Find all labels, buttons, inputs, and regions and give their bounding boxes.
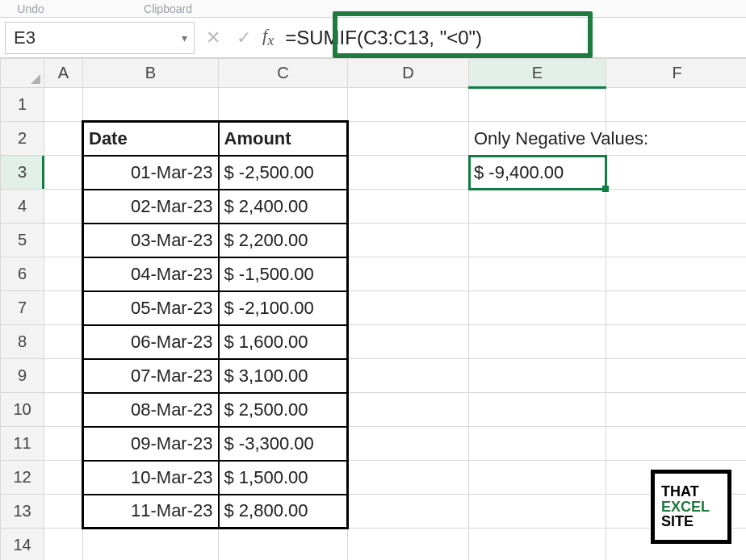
cell-E1[interactable] — [469, 88, 606, 122]
row-header-14[interactable]: 14 — [1, 529, 44, 561]
cell-B4[interactable]: 02-Mar-23 — [83, 190, 219, 224]
cell-C3[interactable]: $ -2,500.00 — [219, 156, 348, 190]
cell-D6[interactable] — [348, 257, 469, 291]
cell-C8[interactable]: $ 1,600.00 — [219, 325, 348, 359]
cell-C5[interactable]: $ 2,200.00 — [219, 224, 348, 257]
cell-F10[interactable] — [606, 393, 747, 427]
cell-C2[interactable]: Amount — [219, 122, 348, 156]
cell-E9[interactable] — [469, 359, 606, 393]
cell-D14[interactable] — [348, 529, 469, 561]
cell-D2[interactable] — [348, 122, 469, 156]
col-header-D[interactable]: D — [348, 59, 469, 88]
cell-C9[interactable]: $ 3,100.00 — [219, 359, 348, 393]
chevron-down-icon[interactable]: ▾ — [182, 31, 187, 44]
sheet-table[interactable]: A B C D E F 1 2 Date Amount Only Negativ… — [0, 58, 746, 560]
cell-B7[interactable]: 05-Mar-23 — [83, 291, 219, 325]
cell-D3[interactable] — [348, 156, 469, 190]
row-header-13[interactable]: 13 — [1, 495, 44, 529]
cell-D10[interactable] — [348, 393, 469, 427]
cell-F7[interactable] — [606, 291, 747, 325]
cell-A13[interactable] — [44, 495, 83, 529]
cell-B1[interactable] — [83, 88, 219, 122]
cell-D1[interactable] — [348, 88, 469, 122]
row-header-4[interactable]: 4 — [1, 190, 44, 224]
cancel-formula-icon[interactable]: ✕ — [206, 27, 220, 48]
cell-F8[interactable] — [606, 325, 747, 359]
col-header-F[interactable]: F — [606, 59, 747, 88]
cell-A7[interactable] — [44, 291, 83, 325]
accept-formula-icon[interactable]: ✓ — [237, 27, 251, 48]
cell-F1[interactable] — [606, 88, 747, 122]
cell-A6[interactable] — [44, 257, 83, 291]
cell-A12[interactable] — [44, 461, 83, 495]
cell-A1[interactable] — [44, 88, 83, 122]
col-header-A[interactable]: A — [44, 59, 83, 88]
cell-E3[interactable]: $ -9,400.00 — [469, 156, 606, 190]
cell-F9[interactable] — [606, 359, 747, 393]
row-header-5[interactable]: 5 — [1, 224, 44, 257]
cell-B3[interactable]: 01-Mar-23 — [83, 156, 219, 190]
cell-D13[interactable] — [348, 495, 469, 529]
cell-E13[interactable] — [469, 495, 606, 529]
cell-C4[interactable]: $ 2,400.00 — [219, 190, 348, 224]
cell-A11[interactable] — [44, 427, 83, 461]
row-header-10[interactable]: 10 — [1, 393, 44, 427]
cell-B10[interactable]: 08-Mar-23 — [83, 393, 219, 427]
fx-icon[interactable]: fx — [262, 25, 274, 49]
cell-A14[interactable] — [44, 529, 83, 561]
cell-F4[interactable] — [606, 190, 747, 224]
name-box[interactable]: E3 ▾ — [5, 22, 195, 54]
cell-D4[interactable] — [348, 190, 469, 224]
cell-B9[interactable]: 07-Mar-23 — [83, 359, 219, 393]
cell-C13[interactable]: $ 2,800.00 — [219, 495, 348, 529]
select-all-corner[interactable] — [1, 59, 44, 88]
cell-F5[interactable] — [606, 224, 747, 257]
formula-bar[interactable]: =SUMIF(C3:C13, "<0") — [274, 22, 746, 54]
col-header-B[interactable]: B — [83, 59, 219, 88]
cell-D5[interactable] — [348, 224, 469, 257]
cell-B5[interactable]: 03-Mar-23 — [83, 224, 219, 257]
cell-E2[interactable]: Only Negative Values: — [469, 122, 606, 156]
cell-D11[interactable] — [348, 427, 469, 461]
cell-E10[interactable] — [469, 393, 606, 427]
cell-F2[interactable] — [606, 122, 747, 156]
row-header-8[interactable]: 8 — [1, 325, 44, 359]
cell-C6[interactable]: $ -1,500.00 — [219, 257, 348, 291]
cell-F3[interactable] — [606, 156, 747, 190]
cell-E5[interactable] — [469, 224, 606, 257]
cell-D9[interactable] — [348, 359, 469, 393]
row-header-2[interactable]: 2 — [1, 122, 44, 156]
cell-C14[interactable] — [219, 529, 348, 561]
cell-A9[interactable] — [44, 359, 83, 393]
cell-E12[interactable] — [469, 461, 606, 495]
cell-E4[interactable] — [469, 190, 606, 224]
cell-B6[interactable]: 04-Mar-23 — [83, 257, 219, 291]
cell-B14[interactable] — [83, 529, 219, 561]
cell-C12[interactable]: $ 1,500.00 — [219, 461, 348, 495]
row-header-9[interactable]: 9 — [1, 359, 44, 393]
cell-A10[interactable] — [44, 393, 83, 427]
cell-E8[interactable] — [469, 325, 606, 359]
cell-C1[interactable] — [219, 88, 348, 122]
cell-F6[interactable] — [606, 257, 747, 291]
cell-A2[interactable] — [44, 122, 83, 156]
cell-B11[interactable]: 09-Mar-23 — [83, 427, 219, 461]
cell-F11[interactable] — [606, 427, 747, 461]
row-header-7[interactable]: 7 — [1, 291, 44, 325]
cell-C11[interactable]: $ -3,300.00 — [219, 427, 348, 461]
cell-B13[interactable]: 11-Mar-23 — [83, 495, 219, 529]
cell-A8[interactable] — [44, 325, 83, 359]
row-header-3[interactable]: 3 — [1, 156, 44, 190]
cell-B12[interactable]: 10-Mar-23 — [83, 461, 219, 495]
cell-B2[interactable]: Date — [83, 122, 219, 156]
cell-B8[interactable]: 06-Mar-23 — [83, 325, 219, 359]
cell-E7[interactable] — [469, 291, 606, 325]
cell-E6[interactable] — [469, 257, 606, 291]
cell-A5[interactable] — [44, 224, 83, 257]
row-header-1[interactable]: 1 — [1, 88, 44, 122]
cell-D7[interactable] — [348, 291, 469, 325]
row-header-12[interactable]: 12 — [1, 461, 44, 495]
cell-C7[interactable]: $ -2,100.00 — [219, 291, 348, 325]
cell-C10[interactable]: $ 2,500.00 — [219, 393, 348, 427]
cell-D12[interactable] — [348, 461, 469, 495]
